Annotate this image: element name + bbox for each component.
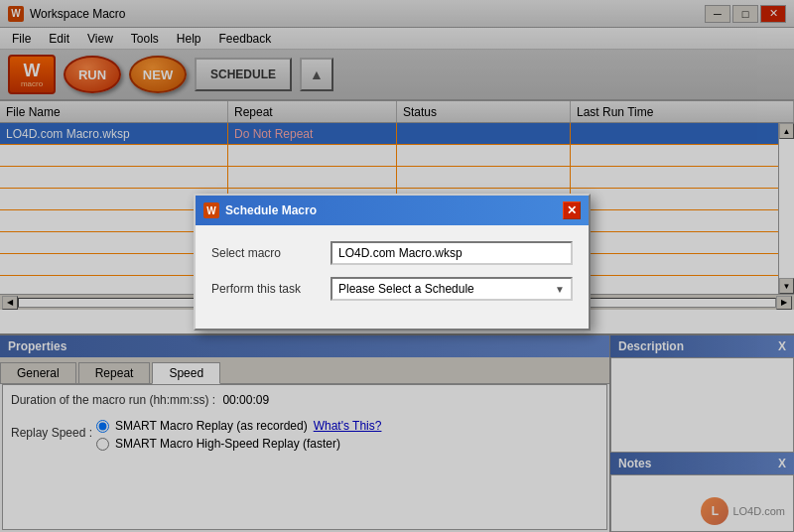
select-macro-input[interactable] [331, 241, 573, 265]
select-dropdown-arrow: ▼ [555, 284, 565, 295]
modal-overlay: W Schedule Macro ✕ Select macro Perform … [0, 0, 794, 532]
perform-task-label: Perform this task [211, 282, 331, 296]
modal-icon: W [203, 202, 219, 218]
select-macro-label: Select macro [211, 246, 331, 260]
modal-close-button[interactable]: ✕ [563, 201, 581, 219]
modal-body: Select macro Perform this task Please Se… [196, 225, 589, 329]
modal-title-bar: W Schedule Macro ✕ [196, 196, 589, 225]
modal-icon-text: W [206, 205, 215, 216]
perform-task-select-value: Please Select a Schedule [338, 282, 474, 296]
schedule-macro-modal: W Schedule Macro ✕ Select macro Perform … [194, 194, 591, 331]
modal-perform-task-row: Perform this task Please Select a Schedu… [211, 277, 573, 301]
modal-title-text: Schedule Macro [225, 203, 317, 217]
modal-select-macro-row: Select macro [211, 241, 573, 265]
modal-title-left: W Schedule Macro [203, 202, 317, 218]
perform-task-select[interactable]: Please Select a Schedule ▼ [331, 277, 573, 301]
